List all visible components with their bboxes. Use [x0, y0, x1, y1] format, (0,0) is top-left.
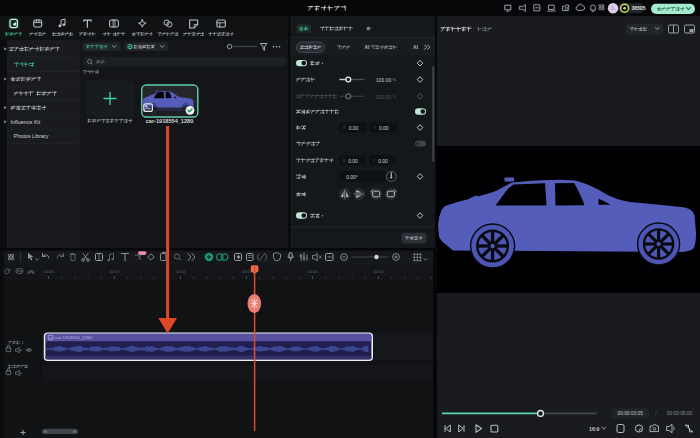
- svg-text:0.00°: 0.00°: [346, 174, 358, 180]
- svg-text:AI: AI: [365, 45, 370, 50]
- svg-text:0.00: 0.00: [378, 158, 388, 164]
- svg-text:16:9: 16:9: [589, 426, 599, 432]
- svg-text:0.00: 0.00: [379, 125, 389, 131]
- svg-text:AI: AI: [413, 45, 418, 50]
- svg-text:100.00: 100.00: [376, 94, 392, 100]
- svg-text:Photos Library: Photos Library: [14, 133, 49, 139]
- svg-text:car-1918554_1280: car-1918554_1280: [55, 335, 92, 340]
- svg-text:00:05: 00:05: [373, 269, 384, 274]
- svg-text:%: %: [393, 94, 397, 99]
- svg-text:00:00:03:05: 00:00:03:05: [618, 411, 644, 416]
- svg-text:00:01: 00:01: [109, 269, 120, 274]
- svg-text:00:00: 00:00: [43, 269, 54, 274]
- svg-text:00:02: 00:02: [175, 269, 186, 274]
- svg-text:0.00: 0.00: [349, 125, 359, 131]
- svg-text:Influence Kit: Influence Kit: [11, 119, 41, 125]
- svg-text:00:03: 00:03: [241, 269, 252, 274]
- svg-text:36505: 36505: [632, 5, 646, 11]
- svg-text:00:04: 00:04: [307, 269, 318, 274]
- svg-text:00:00:05:00: 00:00:05:00: [667, 411, 693, 416]
- svg-text:100.00: 100.00: [376, 77, 392, 83]
- svg-text:car-1918554_1280: car-1918554_1280: [146, 118, 194, 124]
- svg-text:0.00: 0.00: [348, 158, 358, 164]
- svg-text:%: %: [393, 77, 397, 82]
